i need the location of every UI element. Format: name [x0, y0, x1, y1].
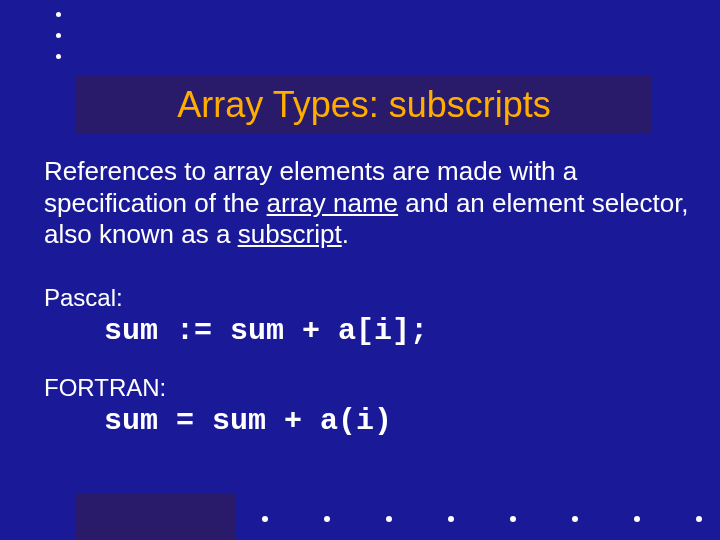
title-bar: Array Types: subscripts: [76, 76, 652, 134]
dot-icon: [56, 12, 61, 17]
dot-icon: [56, 54, 61, 59]
dot-icon: [262, 516, 268, 522]
lang-label-fortran: FORTRAN:: [44, 374, 428, 402]
slide-title: Array Types: subscripts: [177, 84, 550, 126]
underline-subscript: subscript: [238, 219, 342, 249]
dot-icon: [56, 33, 61, 38]
dot-icon: [510, 516, 516, 522]
decor-bottom-block: [76, 494, 236, 540]
dot-icon: [386, 516, 392, 522]
dot-icon: [634, 516, 640, 522]
underline-array-name: array name: [267, 188, 399, 218]
dot-icon: [696, 516, 702, 522]
dot-icon: [448, 516, 454, 522]
dot-icon: [324, 516, 330, 522]
code-fortran: sum = sum + a(i): [104, 404, 428, 438]
decor-dots-horizontal: [262, 516, 702, 522]
body-paragraph: References to array elements are made wi…: [44, 156, 696, 251]
code-pascal: sum := sum + a[i];: [104, 314, 428, 348]
examples-block: Pascal: sum := sum + a[i]; FORTRAN: sum …: [44, 284, 428, 464]
para-text: .: [342, 219, 349, 249]
decor-dots-vertical: [56, 12, 61, 59]
dot-icon: [572, 516, 578, 522]
lang-label-pascal: Pascal:: [44, 284, 428, 312]
